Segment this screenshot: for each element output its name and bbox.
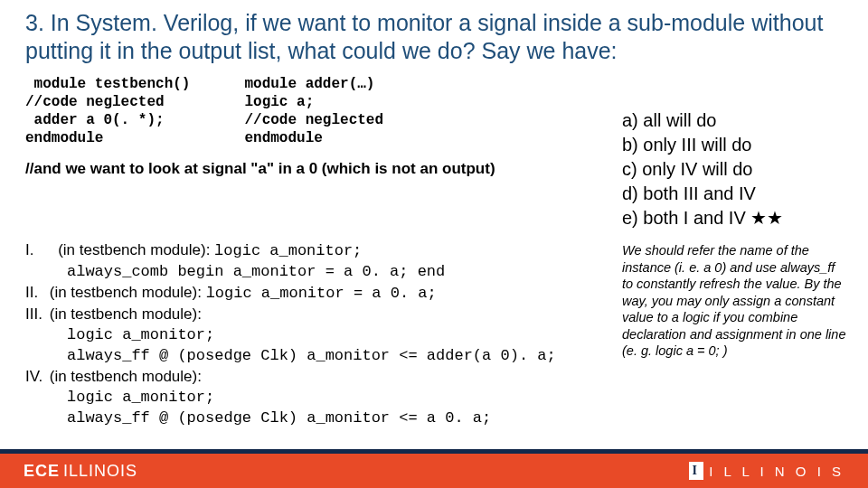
choice-e-text: e) both I and IV ★★ <box>622 208 783 228</box>
option-ii-text: (in testbench module): <box>45 284 206 301</box>
choice-e: e) both I and IV ★★ <box>622 206 848 230</box>
roman-ii: II. <box>25 283 45 304</box>
footer-ece: ECE <box>24 462 60 480</box>
answer-choices: a) all will do b) only III will do c) on… <box>622 108 848 230</box>
option-iii: III. (in testbench module): <box>25 305 604 325</box>
code-line: //code neglected <box>25 94 165 110</box>
code-line: endmodule <box>244 130 322 146</box>
option-iii-text: (in testbench module): <box>45 305 202 323</box>
code-line: module adder(…) <box>244 76 374 92</box>
choice-a: a) all will do <box>622 108 848 133</box>
footer-right-text: I L L I N O I S <box>709 464 844 479</box>
choice-d: d) both III and IV <box>622 182 848 206</box>
illinois-block-i-icon: I <box>689 462 703 480</box>
footer-illinois: ILLINOIS <box>63 462 137 480</box>
code-line: endmodule <box>25 130 103 146</box>
roman-iv: IV. <box>25 367 45 388</box>
option-ii-code: logic a_monitor = a 0. a; <box>206 285 437 302</box>
slide: 3. In System. Verilog, if we want to mon… <box>0 0 868 488</box>
option-ii: II. (in testbench module): logic a_monit… <box>25 283 604 305</box>
explanation-text: We should refer the name of the instance… <box>622 242 848 360</box>
option-i-code-b: always_comb begin a_monitor = a 0. a; en… <box>25 262 604 283</box>
option-i: I. (in testbench module): logic a_monito… <box>25 240 604 262</box>
roman-i: I. <box>25 240 45 261</box>
code-right: module adder(…) logic a; //code neglecte… <box>244 75 383 147</box>
footer-left: ECEILLINOIS <box>24 462 137 481</box>
answer-options: I. (in testbench module): logic a_monito… <box>25 240 604 428</box>
option-i-code-a: logic a_monitor; <box>214 242 362 259</box>
footer: ECEILLINOIS I I L L I N O I S <box>0 454 868 488</box>
code-line: adder a 0(. *); <box>25 112 165 128</box>
roman-iii: III. <box>25 305 45 325</box>
option-iv-text: (in testbench module): <box>45 368 202 385</box>
question-title: 3. In System. Verilog, if we want to mon… <box>0 0 868 70</box>
footer-right: I I L L I N O I S <box>689 462 844 480</box>
option-iii-code-a: logic a_monitor; <box>25 325 604 346</box>
option-iii-code-b: always_ff @ (posedge Clk) a_monitor <= a… <box>25 346 604 367</box>
code-line: logic a; <box>244 94 314 110</box>
choice-b: b) only III will do <box>622 133 848 157</box>
code-left: module testbench() //code neglected adde… <box>25 75 190 147</box>
option-iv-code-a: logic a_monitor; <box>25 388 604 408</box>
option-iv: IV. (in testbench module): <box>25 367 604 388</box>
choice-c: c) only IV will do <box>622 157 848 182</box>
code-line: module testbench() <box>25 76 190 92</box>
option-i-text: (in testbench module): <box>58 241 214 258</box>
option-iv-code-b: always_ff @ (posedge Clk) a_monitor <= a… <box>25 408 604 429</box>
code-line: //code neglected <box>244 112 383 128</box>
